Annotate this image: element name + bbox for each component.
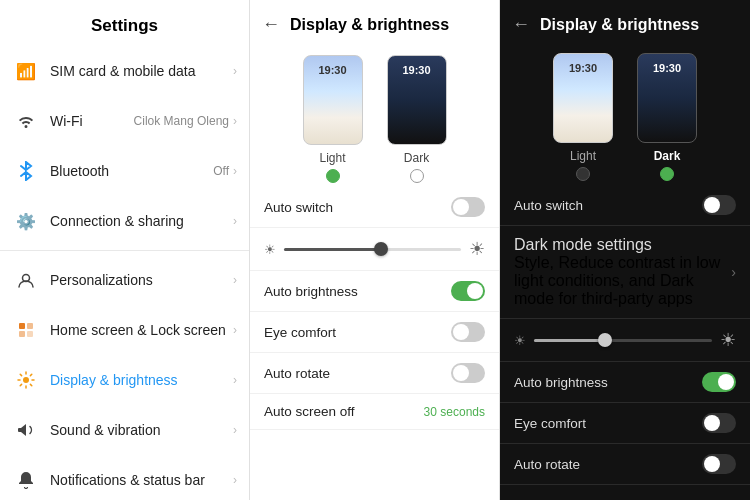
theme-selector: 19:30 Light 19:30 Dark [250, 45, 499, 187]
theme-light[interactable]: 19:30 Light [303, 55, 363, 183]
chevron-icon: › [233, 373, 237, 387]
right-brightness-slider[interactable] [534, 339, 712, 342]
brightness-low-icon: ☀ [264, 242, 276, 257]
homescreen-icon [12, 316, 40, 344]
toggle-knob [453, 365, 469, 381]
dark-label: Dark [404, 151, 429, 165]
right-dark-dot [660, 167, 674, 181]
right-eye-comfort-toggle[interactable] [702, 413, 736, 433]
dark-mode-sublabel: Style, Reduce contrast in low light cond… [514, 254, 731, 308]
light-phone-preview: 19:30 [303, 55, 363, 145]
toggle-knob [453, 324, 469, 340]
light-time: 19:30 [318, 64, 346, 76]
sim-label: SIM card & mobile data [50, 63, 233, 79]
auto-rotate-row: Auto rotate [250, 353, 499, 394]
mid-title: Display & brightness [290, 16, 449, 34]
personalizations-icon [12, 266, 40, 294]
right-brightness-fill [534, 339, 605, 342]
right-theme-light[interactable]: 19:30 Light [553, 53, 613, 181]
right-dark-phone-preview: 19:30 [637, 53, 697, 143]
settings-title: Settings [0, 0, 249, 46]
notifications-label: Notifications & status bar [50, 472, 233, 488]
right-auto-switch-row: Auto switch [500, 185, 750, 226]
right-auto-rotate-toggle[interactable] [702, 454, 736, 474]
toggle-knob [718, 374, 734, 390]
right-header: ← Display & brightness [500, 0, 750, 45]
chevron-icon: › [233, 164, 237, 178]
eye-comfort-label: Eye comfort [264, 325, 451, 340]
right-title: Display & brightness [540, 16, 699, 34]
right-auto-brightness-row: Auto brightness [500, 362, 750, 403]
sim-icon: 📶 [12, 57, 40, 85]
sidebar-item-homescreen[interactable]: Home screen & Lock screen › [0, 305, 249, 355]
svg-rect-3 [19, 331, 25, 337]
sidebar-item-connection[interactable]: ⚙️ Connection & sharing › [0, 196, 249, 246]
dark-mode-label-group: Dark mode settings Style, Reduce contras… [514, 236, 731, 308]
auto-switch-toggle[interactable] [451, 197, 485, 217]
eye-comfort-toggle[interactable] [451, 322, 485, 342]
dark-mode-settings-row[interactable]: Dark mode settings Style, Reduce contras… [500, 226, 750, 319]
dark-mode-chevron: › [731, 264, 736, 280]
right-brightness-row: ☀ ☀ [500, 319, 750, 362]
sidebar-item-notifications[interactable]: Notifications & status bar › [0, 455, 249, 500]
auto-rotate-toggle[interactable] [451, 363, 485, 383]
auto-screen-off-row: Auto screen off 30 seconds [250, 394, 499, 430]
display-brightness-panel: ← Display & brightness 19:30 Light 19:30… [250, 0, 500, 500]
chevron-icon: › [233, 323, 237, 337]
right-brightness-high-icon: ☀ [720, 329, 736, 351]
sidebar-item-sound[interactable]: Sound & vibration › [0, 405, 249, 455]
sidebar-item-wifi[interactable]: Wi-Fi Cilok Mang Oleng › [0, 96, 249, 146]
right-theme-selector: 19:30 Light 19:30 Dark [500, 45, 750, 185]
right-dark-label: Dark [654, 149, 681, 163]
dark-mode-label: Dark mode settings [514, 236, 731, 254]
right-theme-dark[interactable]: 19:30 Dark [637, 53, 697, 181]
svg-rect-2 [27, 323, 33, 329]
wifi-value: Cilok Mang Oleng [134, 114, 229, 128]
right-auto-brightness-toggle[interactable] [702, 372, 736, 392]
toggle-knob [467, 283, 483, 299]
dark-phone-preview: 19:30 [387, 55, 447, 145]
right-brightness-thumb[interactable] [598, 333, 612, 347]
bluetooth-label: Bluetooth [50, 163, 213, 179]
toggle-knob [453, 199, 469, 215]
chevron-icon: › [233, 214, 237, 228]
sidebar-item-bluetooth[interactable]: Bluetooth Off › [0, 146, 249, 196]
svg-point-5 [23, 377, 29, 383]
sidebar-item-display[interactable]: Display & brightness › [0, 355, 249, 405]
right-auto-switch-toggle[interactable] [702, 195, 736, 215]
auto-switch-row: Auto switch [250, 187, 499, 228]
right-eye-comfort-label: Eye comfort [514, 416, 702, 431]
divider [0, 250, 249, 251]
chevron-icon: › [233, 423, 237, 437]
toggle-knob [704, 197, 720, 213]
display-brightness-dark-panel: ← Display & brightness 19:30 Light 19:30… [500, 0, 750, 500]
display-icon [12, 366, 40, 394]
light-selected-dot [326, 169, 340, 183]
right-dark-time: 19:30 [653, 62, 681, 74]
chevron-icon: › [233, 473, 237, 487]
wifi-icon [12, 107, 40, 135]
dark-selected-dot [410, 169, 424, 183]
brightness-slider[interactable] [284, 248, 461, 251]
right-light-time: 19:30 [569, 62, 597, 74]
auto-brightness-toggle[interactable] [451, 281, 485, 301]
right-back-button[interactable]: ← [512, 14, 530, 35]
chevron-icon: › [233, 114, 237, 128]
back-button[interactable]: ← [262, 14, 280, 35]
bluetooth-icon [12, 157, 40, 185]
connection-label: Connection & sharing [50, 213, 233, 229]
brightness-high-icon: ☀ [469, 238, 485, 260]
sidebar-item-personalizations[interactable]: Personalizations › [0, 255, 249, 305]
sidebar-item-sim[interactable]: 📶 SIM card & mobile data › [0, 46, 249, 96]
svg-rect-1 [19, 323, 25, 329]
brightness-thumb[interactable] [374, 242, 388, 256]
right-light-dot [576, 167, 590, 181]
settings-panel: Settings 📶 SIM card & mobile data › Wi-F… [0, 0, 250, 500]
svg-rect-4 [27, 331, 33, 337]
chevron-icon: › [233, 273, 237, 287]
theme-dark[interactable]: 19:30 Dark [387, 55, 447, 183]
auto-screen-off-value: 30 seconds [424, 405, 485, 419]
right-eye-comfort-row: Eye comfort [500, 403, 750, 444]
right-auto-brightness-label: Auto brightness [514, 375, 702, 390]
auto-screen-off-label: Auto screen off [264, 404, 424, 419]
